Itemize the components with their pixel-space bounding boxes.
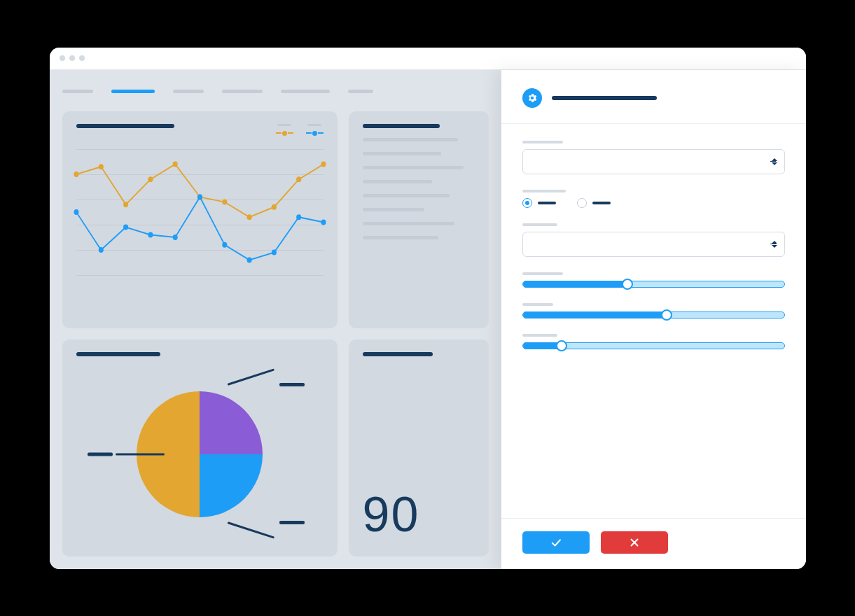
- list-item: [363, 166, 464, 169]
- list-item: [363, 194, 450, 197]
- nav-item-4[interactable]: [281, 90, 330, 93]
- svg-point-17: [222, 241, 227, 247]
- slider-1[interactable]: [522, 281, 785, 288]
- nav-item-2[interactable]: [173, 90, 204, 93]
- card-grid: 90: [62, 111, 489, 556]
- select-2-label: [522, 223, 557, 226]
- window-zoom-dot[interactable]: [79, 55, 85, 61]
- radio-2-label: [592, 202, 611, 204]
- side-list-title: [363, 124, 440, 128]
- list-item: [363, 236, 439, 239]
- line-chart-card: [62, 111, 338, 328]
- close-icon: [628, 536, 641, 549]
- list-item: [363, 180, 432, 183]
- window-minimize-dot[interactable]: [69, 55, 75, 61]
- pie-label-purple: [228, 383, 305, 386]
- line-chart-legend: [276, 124, 324, 136]
- pie-label-blue: [228, 521, 305, 524]
- nav-item-0[interactable]: [62, 90, 93, 93]
- legend-item-b: [306, 124, 324, 136]
- pie-chart-area: [76, 366, 324, 542]
- select-1[interactable]: [522, 149, 785, 174]
- svg-point-15: [172, 234, 177, 240]
- svg-point-14: [148, 232, 153, 237]
- slider-group-3: [522, 334, 785, 349]
- svg-point-2: [123, 202, 128, 207]
- main-dashboard: 90: [50, 70, 501, 569]
- svg-point-4: [172, 161, 177, 167]
- svg-point-18: [246, 257, 251, 262]
- list-item: [363, 208, 424, 211]
- svg-point-0: [74, 172, 78, 177]
- svg-point-21: [321, 219, 326, 225]
- radio-1-label: [538, 202, 556, 204]
- svg-point-7: [246, 214, 251, 220]
- slider-3[interactable]: [522, 342, 785, 349]
- svg-point-10: [321, 161, 326, 167]
- panel-title: [552, 96, 657, 100]
- top-nav: [62, 85, 489, 100]
- window-titlebar: [50, 48, 806, 70]
- app-window: 90: [50, 48, 806, 569]
- list-item: [363, 222, 454, 225]
- panel-footer: [501, 518, 806, 569]
- pie-chart-title: [76, 352, 160, 356]
- radio-option-1[interactable]: [522, 198, 556, 208]
- nav-item-1[interactable]: [111, 90, 155, 93]
- legend-label-a: [277, 124, 291, 126]
- radio-group: [522, 190, 785, 208]
- gear-icon: [522, 88, 542, 108]
- slider-2-label: [522, 303, 553, 306]
- window-close-dot[interactable]: [60, 55, 65, 61]
- cancel-button[interactable]: [601, 531, 668, 554]
- radio-group-label: [522, 190, 566, 192]
- panel-body: [501, 124, 806, 518]
- line-chart-title: [76, 124, 174, 128]
- metric-card: 90: [349, 340, 489, 556]
- metric-title: [363, 352, 433, 356]
- list-item: [363, 152, 441, 155]
- svg-point-20: [296, 214, 301, 220]
- svg-point-19: [271, 249, 276, 255]
- svg-point-11: [74, 209, 78, 215]
- pie-chart-card: [62, 340, 338, 556]
- select-group-2: [522, 223, 785, 257]
- nav-item-3[interactable]: [222, 90, 263, 93]
- side-list-card: [349, 111, 489, 328]
- pie-label-orange: [88, 452, 165, 456]
- list-item: [363, 138, 458, 141]
- slider-3-label: [522, 334, 557, 337]
- svg-point-3: [148, 176, 153, 182]
- metric-value: 90: [363, 486, 420, 542]
- select-2[interactable]: [522, 232, 785, 257]
- slider-group-1: [522, 272, 785, 288]
- svg-point-6: [222, 199, 227, 204]
- svg-point-16: [197, 194, 202, 200]
- settings-panel: [501, 70, 806, 569]
- legend-item-a: [276, 124, 293, 136]
- content-area: 90: [50, 70, 806, 569]
- slider-1-label: [522, 272, 563, 275]
- confirm-button[interactable]: [522, 531, 590, 554]
- nav-item-5[interactable]: [348, 90, 373, 93]
- slider-2[interactable]: [522, 312, 785, 318]
- svg-point-9: [296, 176, 301, 182]
- svg-point-13: [123, 224, 128, 230]
- slider-group-2: [522, 303, 785, 318]
- svg-point-1: [98, 164, 103, 169]
- legend-label-b: [307, 124, 321, 126]
- svg-point-8: [271, 204, 276, 209]
- check-icon: [550, 536, 562, 549]
- radio-option-2[interactable]: [577, 198, 611, 208]
- side-list-rows: [363, 138, 475, 239]
- select-group-1: [522, 141, 785, 174]
- line-chart-area: [76, 149, 324, 275]
- svg-point-12: [98, 247, 103, 253]
- panel-header: [501, 70, 806, 124]
- select-1-label: [522, 141, 563, 144]
